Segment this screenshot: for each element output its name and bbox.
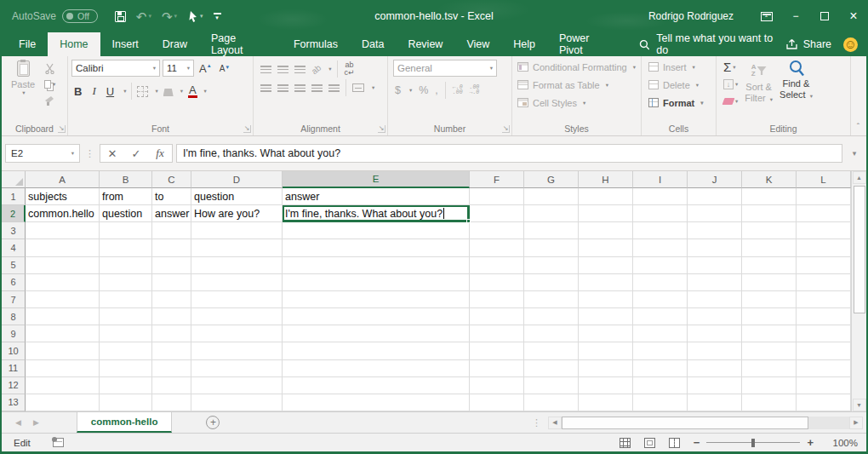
ribbon-display-options-button[interactable] <box>752 0 781 32</box>
cell-B12[interactable] <box>100 377 152 394</box>
cell-K13[interactable] <box>742 394 797 411</box>
column-header-J[interactable]: J <box>688 171 742 188</box>
column-header-C[interactable]: C <box>152 171 191 188</box>
cancel-entry-button[interactable]: ✕ <box>100 147 124 160</box>
cell-I10[interactable] <box>633 342 688 359</box>
align-right-icon[interactable] <box>294 84 306 92</box>
align-center-icon[interactable] <box>277 84 288 92</box>
conditional-formatting-button[interactable]: Conditional Formatting▾ <box>517 60 637 74</box>
cell-E5[interactable] <box>283 257 470 274</box>
cell-C4[interactable] <box>152 239 191 256</box>
cell-I5[interactable] <box>633 257 688 274</box>
cut-button[interactable] <box>44 62 55 74</box>
cell-E9[interactable] <box>283 325 470 342</box>
merge-center-dropdown-icon[interactable]: ▾ <box>372 84 374 91</box>
cell-B3[interactable] <box>100 222 152 239</box>
row-header-13[interactable]: 13 <box>2 394 26 411</box>
cell-G5[interactable] <box>524 257 579 274</box>
autosum-button[interactable]: Σ▾ <box>723 60 738 74</box>
cell-F11[interactable] <box>470 360 524 377</box>
cell-A5[interactable] <box>26 257 100 274</box>
currency-format-button[interactable]: $ <box>395 84 401 96</box>
percent-format-button[interactable]: % <box>419 84 428 96</box>
format-as-table-button[interactable]: Format as Table▾ <box>517 78 637 92</box>
cell-E12[interactable] <box>283 377 470 394</box>
vertical-scrollbar[interactable]: ▲ ▼ <box>851 171 866 411</box>
cell-F3[interactable] <box>470 222 524 239</box>
borders-dropdown-icon[interactable]: ▾ <box>155 88 157 95</box>
font-name-combo[interactable]: Calibri▾ <box>71 60 160 77</box>
cell-J3[interactable] <box>688 222 742 239</box>
bold-button[interactable]: B <box>71 85 84 98</box>
cell-G13[interactable] <box>524 394 579 411</box>
cell-A3[interactable] <box>26 222 100 239</box>
column-header-E[interactable]: E <box>283 171 470 188</box>
cell-D10[interactable] <box>191 342 283 359</box>
copy-button[interactable]: ▾ <box>44 78 55 90</box>
cell-K1[interactable] <box>742 188 797 205</box>
cell-H2[interactable] <box>579 205 633 222</box>
cell-H6[interactable] <box>579 274 633 291</box>
cell-L3[interactable] <box>797 222 851 239</box>
row-header-5[interactable]: 5 <box>2 257 26 274</box>
touch-mode-dropdown-icon[interactable]: ▾ <box>200 13 203 20</box>
cell-A10[interactable] <box>26 342 100 359</box>
cell-C12[interactable] <box>152 377 191 394</box>
minimize-button[interactable]: − <box>781 0 810 32</box>
cell-E10[interactable] <box>283 342 470 359</box>
cell-F9[interactable] <box>470 325 524 342</box>
cell-F12[interactable] <box>470 377 524 394</box>
cell-I4[interactable] <box>633 239 688 256</box>
column-header-I[interactable]: I <box>633 171 688 188</box>
cell-B1[interactable]: from <box>100 188 152 205</box>
cell-D12[interactable] <box>191 377 283 394</box>
cell-A8[interactable] <box>26 308 100 325</box>
cell-L12[interactable] <box>797 377 851 394</box>
number-dialog-launcher[interactable]: ↘ <box>502 125 510 133</box>
cell-L6[interactable] <box>797 274 851 291</box>
tab-draw[interactable]: Draw <box>151 32 199 56</box>
cell-G4[interactable] <box>524 239 579 256</box>
cell-H10[interactable] <box>579 342 633 359</box>
cell-G11[interactable] <box>524 360 579 377</box>
fill-handle[interactable] <box>466 219 471 223</box>
cell-J13[interactable] <box>688 394 742 411</box>
cell-E1[interactable]: answer <box>283 188 470 205</box>
cell-H5[interactable] <box>579 257 633 274</box>
insert-function-button[interactable]: fx <box>148 147 172 160</box>
increase-font-size-button[interactable]: A▲ <box>197 61 214 76</box>
cell-K6[interactable] <box>742 274 797 291</box>
cell-F2[interactable] <box>470 205 524 222</box>
cell-C10[interactable] <box>152 342 191 359</box>
page-layout-view-button[interactable] <box>644 438 655 448</box>
cell-E6[interactable] <box>283 274 470 291</box>
clipboard-dialog-launcher[interactable]: ↘ <box>58 125 66 133</box>
cell-I2[interactable] <box>633 205 688 222</box>
row-header-2[interactable]: 2 <box>2 205 26 222</box>
italic-button[interactable]: I <box>89 84 98 98</box>
row-header-3[interactable]: 3 <box>2 222 26 239</box>
cell-B11[interactable] <box>100 360 152 377</box>
cell-E4[interactable] <box>283 239 470 256</box>
cell-J7[interactable] <box>688 291 742 308</box>
cell-L7[interactable] <box>797 291 851 308</box>
enter-entry-button[interactable]: ✓ <box>124 147 148 160</box>
cell-J11[interactable] <box>688 360 742 377</box>
cell-F1[interactable] <box>470 188 524 205</box>
paste-dropdown-icon[interactable]: ▾ <box>22 89 25 96</box>
row-header-10[interactable]: 10 <box>2 342 26 359</box>
orientation-icon[interactable]: ab <box>310 62 323 76</box>
cell-L8[interactable] <box>797 308 851 325</box>
cell-H8[interactable] <box>579 308 633 325</box>
feedback-smiley-icon[interactable]: ☺ <box>843 37 858 52</box>
insert-cells-button[interactable]: Insert▾ <box>648 60 712 74</box>
cell-E2[interactable]: I'm fine, thanks. What about you? <box>283 205 470 222</box>
align-middle-icon[interactable] <box>277 66 288 73</box>
number-format-dropdown-icon[interactable]: ▾ <box>490 65 493 72</box>
fill-button[interactable]: ↓▾ <box>723 77 738 91</box>
cell-I6[interactable] <box>633 274 688 291</box>
sheet-tab-common-hello[interactable]: common-hello <box>77 412 173 433</box>
cell-J10[interactable] <box>688 342 742 359</box>
scroll-down-arrow[interactable]: ▼ <box>853 399 866 411</box>
cell-K11[interactable] <box>742 360 797 377</box>
